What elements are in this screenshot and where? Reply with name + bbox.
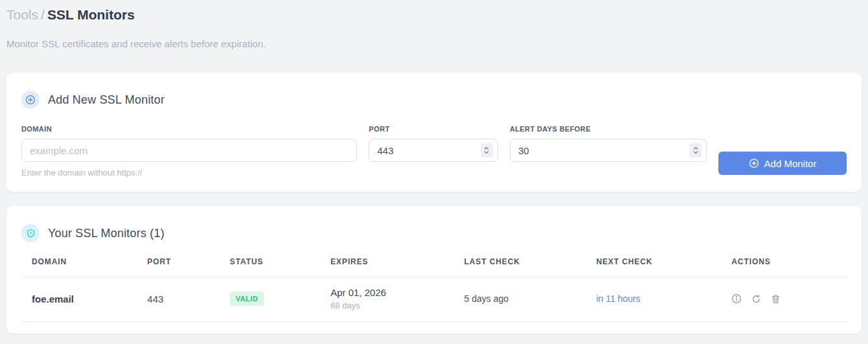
- table-header-row: DOMAIN PORT STATUS EXPIRES LAST CHECK NE…: [21, 257, 847, 277]
- monitor-port: 443: [137, 277, 219, 322]
- monitor-actions-cell: [721, 277, 847, 322]
- column-header-next-check: NEXT CHECK: [586, 257, 721, 277]
- domain-field-group: DOMAIN Enter the domain without https://: [21, 125, 357, 178]
- monitor-last-check: 5 days ago: [454, 277, 586, 322]
- column-header-port: PORT: [137, 257, 219, 277]
- monitor-domain: foe.email: [21, 277, 137, 322]
- alert-days-label: ALERT DAYS BEFORE: [510, 125, 707, 133]
- column-header-expires: EXPIRES: [320, 257, 453, 277]
- page-title: SSL Monitors: [47, 7, 135, 22]
- add-monitor-card-header: Add New SSL Monitor: [21, 91, 847, 109]
- alert-days-stepper[interactable]: [689, 143, 702, 157]
- column-header-status: STATUS: [220, 257, 320, 277]
- chevron-up-down-icon: [483, 146, 490, 155]
- ssl-monitors-card-header: Your SSL Monitors (1): [21, 224, 847, 242]
- column-header-last-check: LAST CHECK: [454, 257, 586, 277]
- port-input[interactable]: [369, 139, 497, 162]
- domain-input[interactable]: [21, 139, 357, 162]
- ssl-monitors-card: Your SSL Monitors (1) DOMAIN PORT STATUS…: [6, 206, 862, 334]
- breadcrumb-section[interactable]: Tools: [6, 7, 38, 22]
- add-monitor-button-label: Add Monitor: [764, 158, 817, 169]
- domain-label: DOMAIN: [21, 125, 357, 133]
- add-monitor-button[interactable]: Add Monitor: [718, 152, 847, 175]
- column-header-actions: ACTIONS: [721, 257, 847, 277]
- monitors-table: DOMAIN PORT STATUS EXPIRES LAST CHECK NE…: [21, 257, 847, 322]
- info-button[interactable]: [731, 293, 742, 304]
- delete-button[interactable]: [771, 294, 781, 304]
- info-icon: [731, 293, 742, 304]
- column-header-domain: DOMAIN: [21, 257, 137, 277]
- add-monitor-title: Add New SSL Monitor: [48, 93, 165, 107]
- expires-date: Apr 01, 2026: [330, 287, 443, 298]
- add-monitor-form: DOMAIN Enter the domain without https://…: [21, 125, 847, 178]
- ssl-monitors-title: Your SSL Monitors (1): [48, 227, 165, 240]
- status-badge: VALID: [230, 292, 264, 306]
- monitor-status-cell: VALID: [220, 277, 320, 322]
- breadcrumb-separator: /: [38, 7, 47, 22]
- chevron-up-down-icon: [692, 146, 699, 155]
- breadcrumb: Tools/SSL Monitors: [6, 5, 862, 25]
- alert-days-field-group: ALERT DAYS BEFORE: [510, 125, 707, 162]
- plus-circle-icon: [749, 158, 759, 168]
- shield-icon: [21, 224, 40, 242]
- alert-days-input[interactable]: [510, 139, 707, 162]
- refresh-button[interactable]: [751, 294, 761, 304]
- port-field-group: PORT: [369, 125, 497, 162]
- page-subtitle: Monitor SSL certificates and receive ale…: [6, 38, 862, 49]
- trash-icon: [771, 294, 781, 304]
- port-label: PORT: [369, 125, 497, 133]
- monitor-expires-cell: Apr 01, 2026 68 days: [320, 277, 453, 322]
- plus-circle-icon: [21, 91, 40, 109]
- domain-helper: Enter the domain without https://: [21, 168, 357, 178]
- table-row: foe.email 443 VALID Apr 01, 2026 68 days…: [21, 277, 847, 322]
- expires-days-remaining: 68 days: [330, 301, 443, 310]
- refresh-icon: [751, 294, 761, 304]
- monitor-next-check: in 11 hours: [586, 277, 721, 322]
- add-monitor-card: Add New SSL Monitor DOMAIN Enter the dom…: [6, 73, 862, 192]
- port-stepper[interactable]: [481, 143, 493, 157]
